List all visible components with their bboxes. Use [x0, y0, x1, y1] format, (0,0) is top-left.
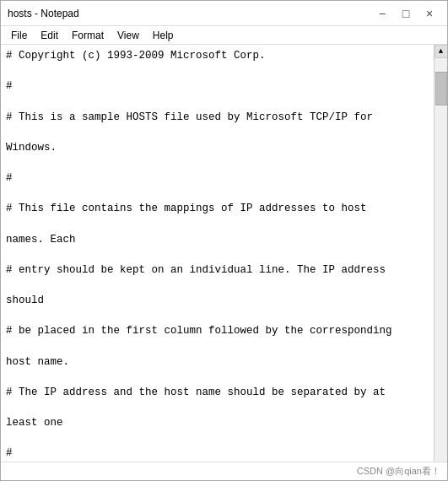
- scrollbar[interactable]: ▲: [434, 45, 447, 462]
- line: least one: [6, 415, 429, 430]
- menu-format[interactable]: Format: [65, 28, 111, 43]
- line: # This file contains the mappings of IP …: [6, 201, 429, 216]
- line: names. Each: [6, 232, 429, 247]
- menu-file[interactable]: File: [4, 28, 34, 43]
- line: # be placed in the first column followed…: [6, 323, 429, 338]
- menu-bar: File Edit Format View Help: [1, 26, 447, 45]
- text-editor[interactable]: # Copyright (c) 1993-2009 Microsoft Corp…: [1, 45, 434, 462]
- scrollbar-thumb[interactable]: [435, 72, 447, 105]
- watermark-text: CSDN @向qian看！: [357, 465, 440, 478]
- line: host name.: [6, 354, 429, 370]
- title-bar-controls: − □ ×: [371, 4, 440, 23]
- line: #: [6, 78, 429, 94]
- window-title: hosts - Notepad: [8, 8, 79, 19]
- menu-view[interactable]: View: [111, 28, 146, 43]
- title-bar-left: hosts - Notepad: [8, 8, 79, 19]
- line: # entry should be kept on an individual …: [6, 262, 429, 278]
- line: # Copyright (c) 1993-2009 Microsoft Corp…: [6, 48, 429, 63]
- close-button[interactable]: ×: [418, 4, 440, 23]
- menu-edit[interactable]: Edit: [34, 28, 65, 43]
- line: # This is a sample HOSTS file used by Mi…: [6, 110, 429, 125]
- line: #: [6, 446, 429, 461]
- line: should: [6, 293, 429, 308]
- scroll-up-arrow[interactable]: ▲: [435, 45, 448, 58]
- notepad-window: hosts - Notepad − □ × File Edit Format V…: [0, 0, 448, 481]
- title-bar: hosts - Notepad − □ ×: [1, 1, 447, 26]
- maximize-button[interactable]: □: [395, 4, 417, 23]
- content-area: # Copyright (c) 1993-2009 Microsoft Corp…: [1, 45, 447, 462]
- watermark-bar: CSDN @向qian看！: [1, 462, 447, 480]
- menu-help[interactable]: Help: [146, 28, 181, 43]
- line: # The IP address and the host name shoul…: [6, 385, 429, 400]
- line: #: [6, 170, 429, 186]
- minimize-button[interactable]: −: [371, 4, 393, 23]
- line: Windows.: [6, 140, 429, 155]
